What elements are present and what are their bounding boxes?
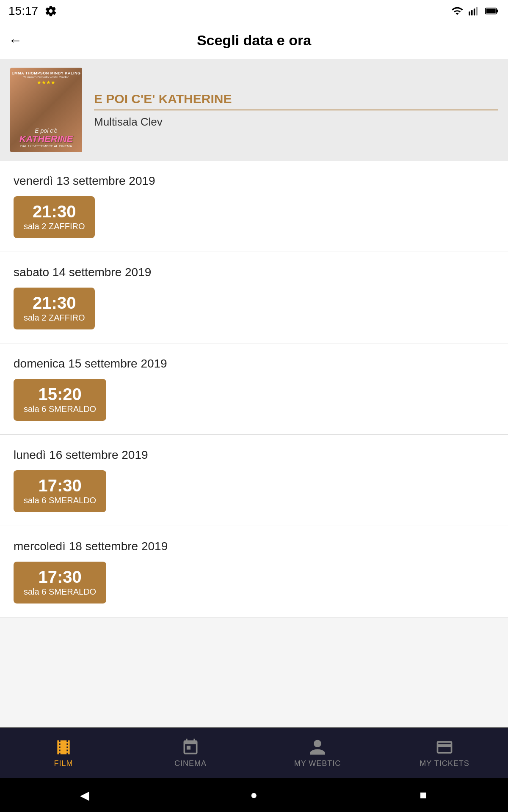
android-recent-button[interactable]: ■ [411, 782, 436, 808]
nav-item-cinema[interactable]: CINEMA [127, 738, 254, 768]
status-bar: 15:17 [0, 0, 508, 22]
android-home-button[interactable]: ● [241, 782, 267, 808]
content-area: EMMA THOMPSON MINDY KALING "Il nuovo Dia… [0, 59, 508, 702]
showtime-section-2: domenica 15 settembre 201915:20sala 6 SM… [0, 343, 508, 435]
sala-label: sala 6 SMERALDO [24, 496, 96, 505]
date-label-4: mercoledì 18 settembre 2019 [14, 540, 494, 553]
card-icon [435, 738, 454, 757]
film-strip-icon [54, 738, 73, 757]
showtimes-container: venerdì 13 settembre 201921:30sala 2 ZAF… [0, 161, 508, 617]
time-value: 21:30 [33, 203, 76, 220]
movie-poster: EMMA THOMPSON MINDY KALING "Il nuovo Dia… [10, 68, 82, 152]
movie-info: E POI C'E' KATHERINE Multisala Clev [94, 92, 498, 129]
page-title: Scegli data e ora [30, 32, 478, 49]
nav-label-cinema: CINEMA [174, 759, 207, 768]
date-label-3: lunedì 16 settembre 2019 [14, 448, 494, 462]
android-back-button[interactable]: ◀ [72, 782, 97, 808]
back-button[interactable]: ← [8, 33, 22, 48]
time-button-1-0[interactable]: 21:30sala 2 ZAFFIRO [14, 288, 95, 329]
header: ← Scegli data e ora [0, 22, 508, 59]
poster-actors-text: EMMA THOMPSON MINDY KALING "Il nuovo Dia… [10, 71, 82, 85]
status-icons [450, 5, 500, 17]
svg-rect-6 [486, 9, 496, 14]
status-time: 15:17 [8, 4, 38, 18]
svg-rect-2 [474, 8, 475, 15]
gear-icon [45, 5, 57, 17]
android-nav-bar: ◀ ● ■ [0, 778, 508, 812]
wifi-icon [450, 5, 464, 17]
time-button-4-0[interactable]: 17:30sala 6 SMERALDO [14, 562, 106, 604]
sala-label: sala 2 ZAFFIRO [24, 313, 85, 323]
sala-label: sala 6 SMERALDO [24, 404, 96, 414]
bottom-nav: FILM CINEMA MY WEBTIC MY TICKETS [0, 727, 508, 778]
date-label-0: venerdì 13 settembre 2019 [14, 174, 494, 188]
showtime-section-1: sabato 14 settembre 201921:30sala 2 ZAFF… [0, 252, 508, 343]
date-label-2: domenica 15 settembre 2019 [14, 357, 494, 370]
showtime-section-0: venerdì 13 settembre 201921:30sala 2 ZAF… [0, 161, 508, 252]
date-label-1: sabato 14 settembre 2019 [14, 266, 494, 279]
movie-title: E POI C'E' KATHERINE [94, 92, 498, 110]
showtime-section-4: mercoledì 18 settembre 201917:30sala 6 S… [0, 526, 508, 617]
nav-item-film[interactable]: FILM [0, 738, 127, 768]
sala-label: sala 6 SMERALDO [24, 587, 96, 597]
svg-rect-1 [471, 10, 473, 16]
signal-icon [468, 5, 480, 17]
time-value: 17:30 [38, 477, 81, 494]
battery-icon [484, 5, 500, 17]
nav-item-mywebtic[interactable]: MY WEBTIC [254, 738, 381, 768]
person-icon [308, 738, 327, 757]
time-value: 17:30 [38, 568, 81, 585]
time-value: 21:30 [33, 294, 76, 311]
nav-item-mytickets[interactable]: MY TICKETS [381, 738, 508, 768]
time-value: 15:20 [38, 386, 81, 403]
time-button-2-0[interactable]: 15:20sala 6 SMERALDO [14, 379, 106, 421]
svg-rect-3 [476, 7, 478, 16]
calendar-grid-icon [181, 738, 200, 757]
movie-cinema: Multisala Clev [94, 115, 498, 129]
showtime-section-3: lunedì 16 settembre 201917:30sala 6 SMER… [0, 435, 508, 526]
movie-card: EMMA THOMPSON MINDY KALING "Il nuovo Dia… [0, 59, 508, 161]
time-button-0-0[interactable]: 21:30sala 2 ZAFFIRO [14, 196, 95, 238]
sala-label: sala 2 ZAFFIRO [24, 222, 85, 231]
nav-label-mytickets: MY TICKETS [420, 759, 469, 768]
nav-label-film: FILM [54, 759, 73, 768]
svg-rect-0 [469, 11, 470, 15]
time-button-3-0[interactable]: 17:30sala 6 SMERALDO [14, 470, 106, 512]
svg-rect-5 [497, 10, 498, 13]
nav-label-mywebtic: MY WEBTIC [294, 759, 341, 768]
